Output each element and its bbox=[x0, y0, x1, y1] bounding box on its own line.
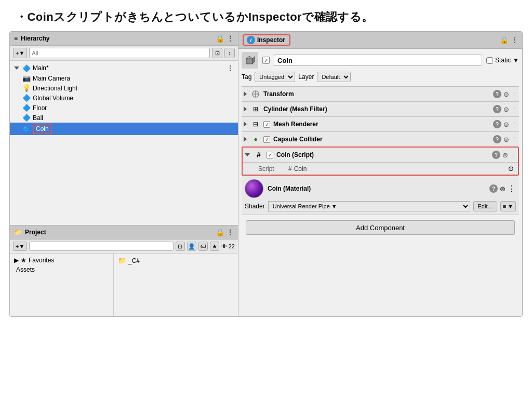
hierarchy-header: ≡ Hierarchy 🔒 ⋮ bbox=[10, 32, 238, 46]
project-favorites-item[interactable]: ▶ ★ Favorites bbox=[12, 256, 111, 265]
assets-label: Assets bbox=[16, 266, 35, 273]
shader-dropdown[interactable]: Universal Render Pipe ▼ bbox=[268, 201, 470, 211]
capsule-help-icon[interactable]: ? bbox=[493, 135, 501, 143]
hierarchy-item-label-main: Main* bbox=[33, 64, 49, 72]
material-kebab-icon[interactable]: ⋮ bbox=[508, 184, 516, 194]
add-button[interactable]: +▼ bbox=[13, 48, 27, 58]
static-checkbox[interactable] bbox=[486, 57, 493, 64]
coin-script-icon: # bbox=[254, 150, 263, 159]
svg-rect-0 bbox=[246, 59, 252, 64]
static-arrow-icon[interactable]: ▼ bbox=[513, 57, 519, 64]
component-coin-script[interactable]: # Coin (Script) ? ⊜ ⋮ bbox=[243, 148, 518, 162]
coin-script-help-icon[interactable]: ? bbox=[492, 151, 500, 159]
material-help-icon[interactable]: ? bbox=[489, 184, 498, 193]
tag-dropdown[interactable]: Untagged bbox=[255, 72, 295, 82]
coin-script-checkbox[interactable] bbox=[267, 152, 273, 158]
hierarchy-icon1[interactable]: ⊡ bbox=[212, 48, 222, 58]
add-component-button[interactable]: Add Component bbox=[246, 220, 515, 235]
script-label: Script bbox=[258, 165, 284, 172]
hierarchy-panel: ≡ Hierarchy 🔒 ⋮ +▼ ⊡ ↕ 🔷 Mai bbox=[10, 32, 238, 225]
mesh-renderer-arrow-icon bbox=[244, 122, 247, 127]
project-icon1[interactable]: ⊡ bbox=[176, 242, 185, 251]
cylinder-help-icon[interactable]: ? bbox=[493, 105, 501, 113]
mesh-renderer-help-icon[interactable]: ? bbox=[493, 120, 501, 128]
right-panel: i Inspector 🔒 ⋮ bbox=[238, 32, 522, 316]
hierarchy-kebab-icon[interactable]: ⋮ bbox=[227, 34, 234, 43]
project-csharp-item[interactable]: 📁 _C# bbox=[116, 256, 236, 265]
go-active-checkbox[interactable] bbox=[262, 57, 270, 64]
cylinder-settings-icon[interactable]: ⊜ bbox=[503, 105, 509, 113]
coin-highlight-box: Coin bbox=[33, 124, 52, 134]
layer-dropdown[interactable]: Default bbox=[317, 72, 351, 82]
material-settings-icon[interactable]: ⊜ bbox=[500, 185, 506, 193]
mesh-renderer-kebab-icon[interactable]: ⋮ bbox=[511, 121, 517, 128]
transform-kebab-icon[interactable]: ⋮ bbox=[511, 91, 517, 98]
hierarchy-icon2[interactable]: ↕ bbox=[224, 48, 235, 58]
hierarchy-item-floor[interactable]: 🔷 Floor bbox=[10, 103, 238, 113]
capsule-kebab-icon[interactable]: ⋮ bbox=[511, 136, 517, 143]
coin-script-settings-icon[interactable]: ⊜ bbox=[502, 151, 508, 159]
list-button[interactable]: ≡ ▼ bbox=[500, 201, 516, 211]
coin-script-kebab-icon[interactable]: ⋮ bbox=[510, 152, 516, 158]
tag-label: Tag bbox=[242, 73, 251, 81]
project-assets-item[interactable]: Assets bbox=[12, 265, 111, 274]
hierarchy-item-label-floor: Floor bbox=[33, 104, 47, 112]
hierarchy-content: 🔷 Main* ⋮ 📷 Main Camera 💡 Directional Li… bbox=[10, 61, 238, 225]
hierarchy-item-label-coin: Coin bbox=[36, 125, 49, 132]
mesh-renderer-settings-icon[interactable]: ⊜ bbox=[503, 121, 509, 128]
capsule-settings-icon[interactable]: ⊜ bbox=[503, 136, 509, 143]
camera-icon: 📷 bbox=[22, 74, 31, 82]
hierarchy-search-input[interactable] bbox=[29, 48, 210, 58]
capsule-icon: ● bbox=[251, 135, 260, 144]
hierarchy-lock-icon: 🔒 bbox=[216, 34, 224, 43]
hierarchy-item-dots[interactable]: ⋮ bbox=[227, 64, 234, 72]
inspector-title: Inspector bbox=[257, 36, 285, 44]
mesh-renderer-name: Mesh Renderer bbox=[273, 121, 490, 128]
inspector-info-icon: i bbox=[247, 36, 255, 44]
hierarchy-item-global-volume[interactable]: 🔷 Global Volume bbox=[10, 93, 238, 103]
transform-arrow-icon bbox=[244, 91, 247, 97]
hierarchy-item-directional-light[interactable]: 💡 Directional Light bbox=[10, 83, 238, 93]
csharp-label: _C# bbox=[128, 257, 140, 264]
folder-icon: 📁 bbox=[118, 257, 126, 264]
inspector-kebab-icon[interactable]: ⋮ bbox=[511, 36, 518, 44]
project-add-button[interactable]: +▼ bbox=[13, 242, 27, 251]
hierarchy-item-ball[interactable]: 🔷 Ball bbox=[10, 113, 238, 123]
svg-marker-2 bbox=[252, 56, 255, 64]
tag-layer-row: Tag Untagged Layer Default bbox=[242, 72, 519, 82]
component-transform[interactable]: Transform ? ⊜ ⋮ bbox=[242, 86, 519, 101]
hash-icon: # bbox=[288, 165, 292, 172]
hierarchy-item-label-light: Directional Light bbox=[33, 85, 77, 92]
add-component-section: Add Component bbox=[242, 215, 519, 240]
transform-settings-icon[interactable]: ⊜ bbox=[503, 90, 509, 98]
hierarchy-item-main[interactable]: 🔷 Main* ⋮ bbox=[10, 63, 238, 73]
layer-label: Layer bbox=[298, 73, 314, 81]
hierarchy-item-main-camera[interactable]: 📷 Main Camera bbox=[10, 73, 238, 83]
component-mesh-renderer[interactable]: ⊟ Mesh Renderer ? ⊜ ⋮ bbox=[242, 116, 519, 131]
material-section: Coin (Material) ? ⊜ ⋮ Shader Universal R… bbox=[242, 176, 519, 215]
project-panel: 📁 Project 🔒 ⋮ +▼ ⊡ 👤 🏷 ★ 👁 22 bbox=[10, 225, 238, 316]
capsule-checkbox[interactable] bbox=[263, 136, 270, 143]
project-icon4[interactable]: ★ bbox=[210, 242, 219, 251]
script-field-icon[interactable]: ⊙ bbox=[508, 165, 514, 172]
project-icon3[interactable]: 🏷 bbox=[198, 242, 208, 251]
go-name-field[interactable] bbox=[274, 55, 482, 66]
cylinder-kebab-icon[interactable]: ⋮ bbox=[511, 106, 517, 113]
cylinder-name: Cylinder (Mesh Filter) bbox=[263, 105, 490, 113]
component-cylinder-mesh[interactable]: ⊞ Cylinder (Mesh Filter) ? ⊜ ⋮ bbox=[242, 101, 519, 116]
ball-icon: 🔷 bbox=[22, 114, 31, 122]
project-search-input[interactable] bbox=[29, 242, 173, 251]
hierarchy-item-coin[interactable]: 🔷 Coin bbox=[10, 123, 238, 135]
component-capsule-collider[interactable]: ● Capsule Collider ? ⊜ ⋮ bbox=[242, 131, 519, 147]
component-coin-script-wrapper: # Coin (Script) ? ⊜ ⋮ Script # Coin bbox=[242, 147, 519, 176]
project-folder-icon: 📁 bbox=[14, 229, 22, 236]
star-icon: ▶ bbox=[14, 257, 19, 264]
project-kebab-icon[interactable]: ⋮ bbox=[227, 228, 234, 236]
transform-help-icon[interactable]: ? bbox=[493, 90, 501, 98]
edit-button[interactable]: Edit... bbox=[473, 201, 497, 211]
project-icon2[interactable]: 👤 bbox=[187, 242, 196, 251]
mesh-renderer-checkbox[interactable] bbox=[263, 121, 270, 128]
title-text: ・CoinスクリプトがきちんとついているかInspectorで確認する。 bbox=[0, 0, 532, 31]
transform-name: Transform bbox=[263, 90, 490, 98]
go-header: Static ▼ bbox=[242, 52, 519, 69]
